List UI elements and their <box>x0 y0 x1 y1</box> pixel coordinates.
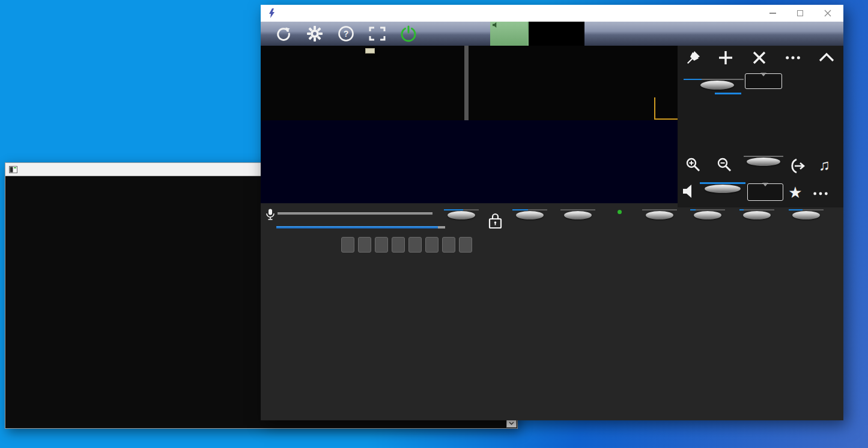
mic-button[interactable] <box>266 209 275 223</box>
knob-track <box>444 209 479 210</box>
preset-row <box>261 237 843 255</box>
preset-button[interactable] <box>459 237 472 253</box>
more-options-button[interactable] <box>785 49 801 66</box>
svg-text:?: ? <box>344 29 349 38</box>
tx-route-button[interactable] <box>789 158 806 174</box>
scroll-down-icon <box>509 422 514 425</box>
audio-button[interactable]: ♫ <box>816 156 833 173</box>
star-icon: ★ <box>788 183 802 202</box>
mode-dropdown[interactable] <box>747 183 783 201</box>
speaker-icon <box>682 183 697 199</box>
zoom-in-button[interactable] <box>685 156 702 173</box>
favorite-button[interactable]: ★ <box>787 184 804 201</box>
mic-level-bar <box>278 212 432 215</box>
preset-button[interactable] <box>442 237 455 253</box>
help-icon: ? <box>338 25 354 42</box>
preset-button[interactable] <box>341 237 354 253</box>
sparksdr-logo-icon <box>268 8 275 18</box>
zoom-out-button[interactable] <box>716 156 733 173</box>
threshold-control[interactable] <box>787 209 825 220</box>
filter-high-knob[interactable] <box>516 211 544 219</box>
receiver-panel: ♫ ★ <box>678 46 843 207</box>
maximize-icon <box>797 10 803 16</box>
filter-low-knob[interactable] <box>448 211 475 219</box>
app-titlebar[interactable] <box>261 5 843 22</box>
filter-high-control[interactable] <box>511 209 549 220</box>
dropdown-arrow-icon <box>760 73 766 76</box>
mute-button[interactable] <box>681 183 698 200</box>
close-icon <box>824 10 831 17</box>
zoom-in-icon <box>685 157 701 173</box>
decay-knob[interactable] <box>743 211 771 219</box>
agc-indicator-dot <box>618 210 622 214</box>
console-scrollbar-down-button[interactable] <box>506 419 517 428</box>
preset-button[interactable] <box>425 237 439 253</box>
receiver-badge[interactable] <box>490 22 527 46</box>
maximize-button[interactable] <box>795 8 805 18</box>
dropdown-arrow-icon <box>762 183 768 186</box>
ellipsis-icon <box>785 50 801 66</box>
refresh-icon <box>275 25 292 42</box>
threshold-knob[interactable] <box>792 211 820 219</box>
pin-button[interactable] <box>685 49 702 66</box>
chevron-up-icon <box>818 50 835 66</box>
app-content: ♫ ★ <box>261 46 843 420</box>
preset-button[interactable] <box>358 237 371 253</box>
preset-buttons <box>341 237 472 253</box>
badge-speaker-icon <box>493 22 498 28</box>
sparksdr-window: ? <box>261 5 843 420</box>
power-button[interactable] <box>393 22 424 46</box>
preset-button[interactable] <box>375 237 388 253</box>
power-icon <box>399 25 417 43</box>
vol-knob[interactable] <box>705 185 741 193</box>
band-edge-marker <box>654 97 655 120</box>
preset-button[interactable] <box>392 237 405 253</box>
knob-track <box>512 209 547 210</box>
tuning-cursor[interactable] <box>464 46 469 120</box>
dsp-controls <box>261 207 843 238</box>
spectrum-display[interactable] <box>261 46 678 120</box>
waterfall-display[interactable] <box>261 120 678 203</box>
drive-knob[interactable] <box>747 158 780 166</box>
rx-more-options-button[interactable] <box>812 185 829 202</box>
drive-track <box>744 156 783 157</box>
hold-control[interactable] <box>688 209 727 220</box>
help-button[interactable]: ? <box>330 22 362 46</box>
preamp-dropdown[interactable] <box>745 73 782 89</box>
knob-track <box>642 209 677 210</box>
preset-button[interactable] <box>408 237 422 253</box>
cursor-tooltip <box>365 48 375 54</box>
hold-knob[interactable] <box>694 211 721 219</box>
compression-control[interactable] <box>559 209 597 220</box>
ellipsis-icon <box>812 187 829 200</box>
vol-track <box>700 182 745 184</box>
fullscreen-icon <box>369 26 386 41</box>
filter-lock-button[interactable] <box>488 212 503 232</box>
smeter-bar-track <box>276 226 445 229</box>
settings-button[interactable] <box>299 22 330 46</box>
agc-control[interactable] <box>604 209 634 215</box>
decay-control[interactable] <box>738 209 776 220</box>
knob-track <box>690 209 725 210</box>
close-button[interactable] <box>823 8 833 18</box>
band-edge-marker <box>654 118 678 120</box>
zoom-out-icon <box>717 157 732 173</box>
app-toolbar: ? <box>261 22 843 46</box>
refresh-button[interactable] <box>268 22 299 46</box>
waterfall-thumbnail[interactable] <box>527 22 584 46</box>
minimize-button[interactable] <box>768 8 777 18</box>
smeter-bar-fill <box>276 226 438 229</box>
add-receiver-button[interactable] <box>717 49 734 66</box>
attack-control[interactable] <box>640 209 679 220</box>
fullscreen-button[interactable] <box>362 22 393 46</box>
gear-icon <box>306 25 323 42</box>
knob-track <box>560 209 595 210</box>
attack-knob[interactable] <box>646 211 673 219</box>
compression-knob[interactable] <box>564 211 592 219</box>
music-note-icon: ♫ <box>819 156 830 174</box>
close-receiver-button[interactable] <box>751 49 768 66</box>
filter-low-control[interactable] <box>442 209 481 220</box>
phone-exit-icon <box>789 158 806 174</box>
rf-gain-knob[interactable] <box>700 81 734 90</box>
collapse-panel-button[interactable] <box>818 49 835 66</box>
